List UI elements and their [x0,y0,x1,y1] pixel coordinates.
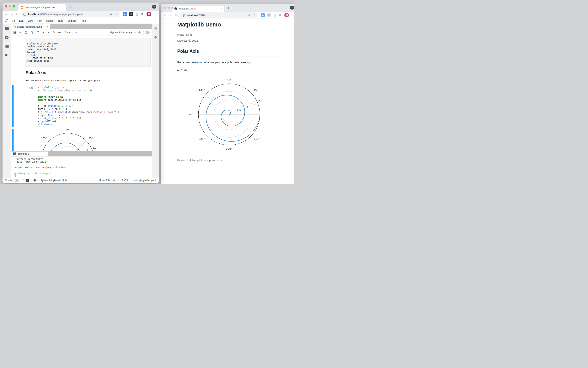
zoom-window-button[interactable] [171,7,174,9]
info-icon[interactable]: i [182,14,185,17]
svg-text:135°: 135° [199,89,205,92]
menu-item-kernel[interactable]: Kernel [44,19,56,22]
globe-favicon [174,7,177,10]
zoom-out-icon[interactable] [248,14,251,17]
markdown-heading[interactable]: Polar Axis [26,70,46,75]
paste-cells-icon[interactable] [37,31,39,34]
react-devtools-extension-icon[interactable] [129,12,133,16]
browser-tab-matplotlib-demo[interactable]: Matplotlib Demo × [172,6,224,12]
forward-icon[interactable]: → [169,13,172,17]
jupyterlab-statusbar: Simple 1 $_ 1 Python 3 (ipykernel) | Idl… [2,178,159,183]
copy-cells-icon[interactable] [31,31,33,34]
notebook-tab-close-icon[interactable]: × [46,25,48,28]
notebook-mode[interactable]: Mode: Edit [99,179,110,182]
cursor-position[interactable]: Ln 3, Col 1 [118,179,130,182]
running-sessions-icon[interactable] [5,35,9,40]
cut-cells-icon[interactable] [25,31,28,34]
extension-manager-icon[interactable] [5,53,9,57]
save-icon[interactable] [13,31,16,34]
menu-item-run[interactable]: Run [35,19,44,22]
reload-icon[interactable]: ↻ [16,12,19,16]
notebook-toolbar: + ▶ ■ ↻ ▶▶ Code ▾ [11,29,152,36]
notebook-file-icon [13,26,16,28]
minimize-window-button[interactable] [9,5,11,8]
jupyterlab-left-sidebar [2,24,11,178]
video-call-extension-icon[interactable] [261,13,265,17]
tab-close-icon[interactable]: × [62,6,64,9]
terminal-tab[interactable]: $_ Terminal 1 × [11,152,48,156]
react-devtools-extension-icon[interactable] [267,13,271,17]
bookmark-star-icon[interactable]: ☆ [116,13,118,16]
close-window-button[interactable] [5,5,7,8]
menu-item-edit[interactable]: Edit [17,19,26,22]
simple-mode-toggle[interactable] [143,31,150,34]
yaml-raw-cell[interactable]: ---title: Matplotlib Demoauthor: Norah S… [25,38,151,67]
forward-icon[interactable]: → [10,12,14,16]
minimize-window-button[interactable] [167,7,170,9]
right-url-bar: ← → ↻ i localhost:6916 ☆ [161,12,294,19]
extension-icons: JJ ⋮ [123,12,156,17]
simple-interface-toggle[interactable] [14,179,19,182]
close-window-button[interactable] [164,7,166,9]
jupyterlab-menubar: FileEditViewRunKernelTabsSettingsHelp [2,18,159,24]
kernel-sessions-icon[interactable] [33,179,36,182]
browser-menu-icon[interactable]: ⋮ [291,13,294,17]
kernel-status-text[interactable]: Python 3 (ipykernel) | Idle [41,179,67,182]
add-cell-icon[interactable]: + [19,30,21,34]
profile-avatar[interactable]: JJ [284,13,289,17]
terminal-output[interactable]: author: Norah Smith date: 'May 22nd, 202… [11,156,152,178]
back-icon[interactable]: ← [5,12,8,16]
zoom-out-icon[interactable] [110,13,113,16]
profile-avatar[interactable]: JJ [146,12,151,17]
zoom-window-button[interactable] [13,5,15,8]
debugger-sidebar-bug-icon[interactable] [154,36,157,39]
menu-item-tabs[interactable]: Tabs [56,19,65,22]
tab-close-icon[interactable]: × [220,7,222,10]
terminal-sessions-icon[interactable]: $_ [26,179,29,182]
reload-icon[interactable]: ↻ [174,13,177,17]
notebook-content[interactable]: ---title: Matplotlib Demoauthor: Norah S… [11,36,152,151]
table-of-contents-icon[interactable] [5,45,9,48]
video-call-extension-icon[interactable] [123,12,127,16]
browser-tab-jupyterlab[interactable]: quarto-jupyterl - JupyterLab × [18,4,66,11]
address-bar[interactable]: i localhost:8888/lab/tree/quarto-jupyter… [21,11,120,17]
kernel-name[interactable]: Python 3 (ipykernel) [110,31,132,34]
cell-type-select[interactable]: Code ▾ [65,31,77,34]
browser-menu-icon[interactable]: ⋮ [154,12,156,16]
terminal-tab-close-icon[interactable]: × [43,153,46,155]
restart-kernel-icon[interactable]: ↻ [53,31,55,34]
document-extension-icon[interactable] [136,13,139,16]
markdown-paragraph[interactable]: For a demonstration of a line plot on a … [26,79,100,82]
restart-run-all-icon[interactable]: ▶▶ [58,31,61,33]
menu-item-view[interactable]: View [26,19,35,22]
disclosure-triangle-icon: ▶ [177,69,179,71]
tab-search-button[interactable]: ▼ [152,5,156,9]
file-browser-icon[interactable] [5,27,9,30]
back-icon[interactable]: ← [163,13,166,17]
figure-link[interactable]: fig. 1 [247,61,253,64]
menu-item-file[interactable]: File [9,19,17,22]
interrupt-kernel-icon[interactable]: ■ [48,31,49,34]
polar-figure: 0°45°90°135°180°225°270°315°0.51.01.52.0 [177,74,281,155]
new-tab-button[interactable]: + [226,6,231,10]
code-cell-editor[interactable]: #| label: fig-polar#| fig.cap: A line pl… [36,85,152,127]
menu-item-settings[interactable]: Settings [65,19,78,22]
debugger-bug-icon[interactable] [138,31,141,34]
new-tab-button[interactable]: + [68,5,73,9]
active-cell-indicator[interactable] [12,85,14,127]
tab-search-button[interactable]: ▼ [290,6,294,10]
output-cell-indicator[interactable] [12,129,14,151]
notebook-tab[interactable]: quarto-jupyterlab.ipynb × [11,24,50,29]
menu-item-help[interactable]: Help [78,19,88,22]
document-extension-icon[interactable] [273,14,277,17]
bookmark-star-icon[interactable]: ☆ [253,14,256,17]
extensions-puzzle-icon[interactable] [141,13,144,16]
code-fold-disclosure[interactable]: ▶ Code [177,69,294,72]
notebook-tab-title: quarto-jupyterlab.ipynb [17,26,44,28]
svg-text:135°: 135° [41,137,47,140]
extensions-puzzle-icon[interactable] [279,14,282,17]
run-cell-icon[interactable]: ▶ [43,31,45,34]
address-bar[interactable]: i localhost:6916 ☆ [180,12,258,18]
property-inspector-icon[interactable]: ⚙⚙ [154,26,157,30]
info-icon[interactable]: i [23,13,26,16]
